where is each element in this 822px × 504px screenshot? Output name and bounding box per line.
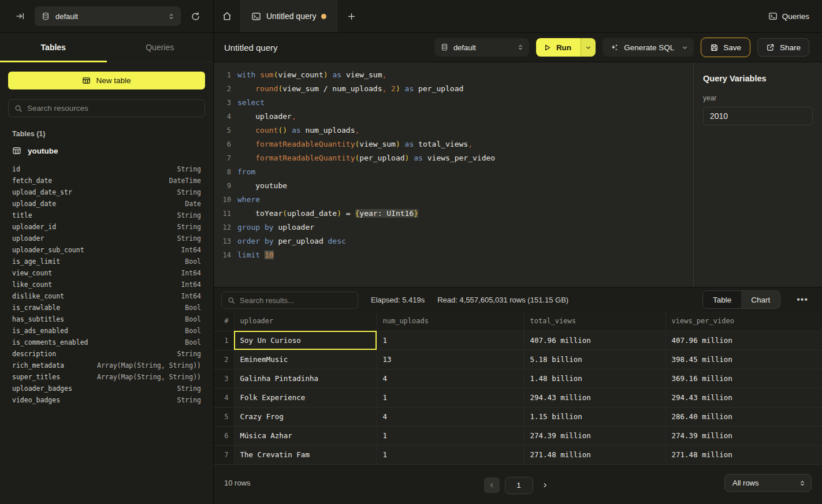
column-name: upload_date [12,200,56,208]
new-table-button[interactable]: New table [8,72,205,89]
share-button-label: Share [780,43,801,52]
schema-column-row: upload_date_strString [12,186,201,198]
code-line: 9youtube [214,179,693,193]
main-panel: Untitled query default Run [214,33,822,504]
code-text: order by per_upload desc [231,234,346,248]
run-button[interactable]: Run [536,38,581,57]
table-cell[interactable]: 271.48 million [524,445,665,464]
column-type: Int64 [181,246,201,254]
table-cell[interactable]: Galinha Pintadinha [234,369,377,388]
table-cell[interactable]: 13 [377,350,524,369]
table-cell[interactable]: 407.96 million [665,331,822,350]
table-cell[interactable]: EminemMusic [234,350,377,369]
table-cell[interactable]: 4 [377,407,524,426]
code-token: toYear [255,209,282,218]
queries-button[interactable]: Queries [756,0,822,32]
save-button[interactable]: Save [701,38,750,57]
table-cell[interactable]: 274.39 million [665,426,822,445]
table-cell[interactable]: Folk Experience [234,388,377,407]
sidebar-tab-queries[interactable]: Queries [107,33,214,62]
new-table-button-label: New table [96,76,131,85]
table-cell[interactable]: 369.16 million [665,369,822,388]
database-selector[interactable]: default [35,6,181,26]
toolbar-database-selector[interactable]: default [434,38,529,57]
table-cell[interactable]: 294.43 million [665,388,822,407]
variable-input-year[interactable] [703,107,813,125]
code-line: 3select [214,96,693,110]
code-text: formatReadableQuantity(per_upload) as vi… [231,151,495,165]
page-size-selector[interactable]: All rows [724,474,812,492]
sql-editor[interactable]: 1with sum(view_count) as view_sum,2round… [214,62,693,287]
collapse-sidebar-icon[interactable] [12,8,29,25]
table-cell[interactable]: 1 [377,445,524,464]
column-name: dislike_count [12,292,64,300]
line-number: 1 [214,68,231,82]
column-type: DateTime [169,177,201,185]
column-name: id [12,165,20,173]
code-text: toYear(upload_date) = {year: UInt16} [231,207,418,221]
sidebar-tab-tables[interactable]: Tables [0,33,107,62]
table-cell[interactable]: 1 [377,388,524,407]
generate-sql-button[interactable]: Generate SQL [602,38,694,57]
table-cell[interactable]: 407.96 million [524,331,665,350]
tab-untitled-query[interactable]: Untitled query [240,0,337,32]
table-cell[interactable]: 4 [377,369,524,388]
table-cell[interactable]: 398.45 million [665,350,822,369]
table-cell[interactable]: 1 [377,426,524,445]
search-resources-input[interactable] [27,104,199,113]
previous-page-button[interactable] [484,477,500,493]
row-index: 3 [214,369,234,388]
row-index: 6 [214,426,234,445]
column-name: super_titles [12,373,60,381]
table-cell[interactable]: 5.18 billion [524,350,665,369]
share-button[interactable]: Share [757,38,809,57]
home-button[interactable] [214,0,240,32]
run-options-button[interactable] [581,38,596,57]
column-name: is_age_limit [12,257,60,266]
chevron-down-icon [585,44,592,51]
tab-strip: Untitled query Queries [214,0,822,32]
table-cell[interactable]: 286.40 million [665,407,822,426]
code-token: round [255,84,278,93]
search-results-input[interactable] [240,296,352,305]
row-count-label: 10 rows [224,479,251,487]
code-token: per_upload [418,84,463,93]
table-cell[interactable]: 271.48 million [665,445,822,464]
table-row: 5Crazy Frog41.15 billion286.40 million [214,407,822,426]
line-number: 14 [214,248,231,262]
schema-column-row: uploader_sub_countInt64 [12,244,201,256]
code-token: view_sum [346,70,382,79]
view-tab-table[interactable]: Table [703,291,741,308]
next-page-button[interactable] [538,479,552,492]
table-cell[interactable]: The Crevatin Fam [234,445,377,464]
table-cell[interactable]: 274.39 million [524,426,665,445]
view-tab-chart[interactable]: Chart [741,291,780,308]
refresh-icon[interactable] [187,8,204,25]
column-name: rich_metadata [12,361,64,369]
new-tab-button[interactable] [337,0,365,32]
code-line: 10where [214,193,693,207]
column-type: String [177,223,201,231]
more-options-icon[interactable]: ••• [793,292,812,307]
code-token: per_upload [278,237,328,245]
table-cell[interactable]: 294.43 million [524,388,665,407]
results-footer: 10 rows 1 [214,465,822,504]
table-cell[interactable]: 1 [377,331,524,350]
column-type: String [177,188,201,196]
code-token: , [292,112,296,121]
column-type: Bool [185,304,201,312]
sidebar-content: New table Tables (1) youtube idStringfet… [0,62,213,504]
table-cell[interactable]: 1.48 billion [524,369,665,388]
tab-title: Untitled query [266,12,316,21]
table-cell[interactable]: Música Azhar [234,426,377,445]
table-cell[interactable]: Soy Un Curioso [234,331,377,350]
table-cell[interactable]: 1.15 billion [524,407,665,426]
home-icon [222,11,232,21]
code-token: with [237,70,260,79]
table-cell[interactable]: Crazy Frog [234,407,377,426]
page-number-box[interactable]: 1 [505,477,533,494]
code-text: from [231,165,255,179]
sidebar-table-youtube[interactable]: youtube [8,144,205,158]
code-token: group by [237,223,278,232]
variable-label-year: year [703,94,813,102]
